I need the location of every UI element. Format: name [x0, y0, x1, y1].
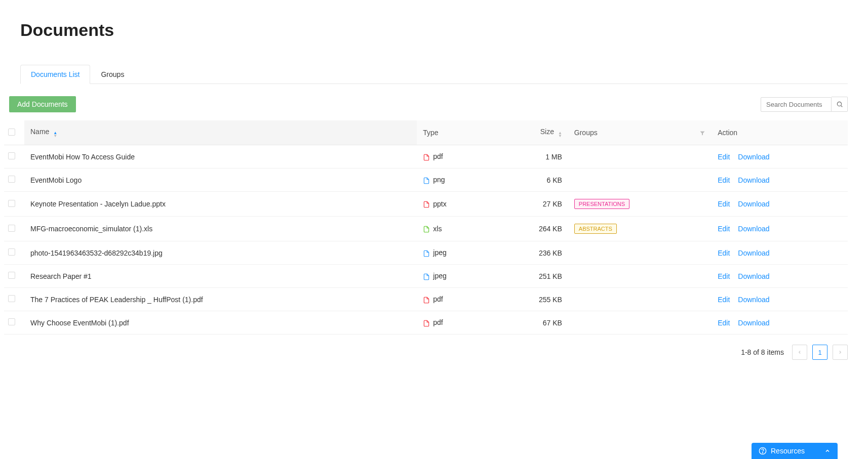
search-wrap [761, 97, 848, 112]
add-documents-button[interactable]: Add Documents [9, 96, 76, 112]
table-row: Why Choose EventMobi (1).pdfpdf67 KBEdit… [4, 311, 848, 335]
table-row: Research Paper #1jpeg251 KBEditDownload [4, 265, 848, 288]
row-name: The 7 Practices of PEAK Leadership _ Huf… [24, 288, 417, 311]
row-groups [568, 145, 712, 169]
row-size: 255 KB [493, 288, 568, 311]
documents-table: Name ▲▼ Type Size ▲▼ Groups Action Event… [4, 120, 848, 335]
row-checkbox[interactable] [8, 272, 15, 279]
row-name: EventMobi Logo [24, 169, 417, 192]
row-checkbox[interactable] [8, 225, 15, 232]
table-row: photo-1541963463532-d68292c34b19.jpgjpeg… [4, 241, 848, 265]
search-input[interactable] [761, 97, 832, 112]
row-groups [568, 169, 712, 192]
toolbar: Add Documents [20, 96, 848, 112]
row-actions: EditDownload [712, 145, 848, 169]
row-groups: PRESENTATIONS [568, 192, 712, 217]
row-name: photo-1541963463532-d68292c34b19.jpg [24, 241, 417, 265]
table-row: EventMobi How To Access Guidepdf1 MBEdit… [4, 145, 848, 169]
edit-link[interactable]: Edit [718, 176, 730, 184]
row-type: jpeg [417, 265, 493, 288]
column-action: Action [712, 120, 848, 145]
column-size-label: Size [540, 128, 554, 136]
download-link[interactable]: Download [738, 200, 769, 208]
edit-link[interactable]: Edit [718, 200, 730, 208]
column-name-label: Name [30, 128, 49, 136]
row-size: 236 KB [493, 241, 568, 265]
download-link[interactable]: Download [738, 153, 769, 161]
pagination-page-1[interactable]: 1 [812, 345, 827, 360]
column-size[interactable]: Size ▲▼ [493, 120, 568, 145]
row-actions: EditDownload [712, 192, 848, 217]
table-row: EventMobi Logopng6 KBEditDownload [4, 169, 848, 192]
row-actions: EditDownload [712, 169, 848, 192]
group-badge: PRESENTATIONS [574, 199, 629, 209]
row-checkbox[interactable] [8, 152, 15, 159]
group-badge: ABSTRACTS [574, 224, 617, 234]
table-row: Keynote Presentation - Jacelyn Ladue.ppt… [4, 192, 848, 217]
filter-icon[interactable] [699, 129, 705, 137]
download-link[interactable]: Download [738, 272, 769, 280]
tab-documents-list[interactable]: Documents List [20, 65, 90, 84]
row-groups: ABSTRACTS [568, 217, 712, 241]
search-icon [836, 101, 843, 108]
row-size: 6 KB [493, 169, 568, 192]
file-icon [423, 272, 430, 280]
file-icon [423, 248, 430, 257]
row-name: EventMobi How To Access Guide [24, 145, 417, 169]
tabs: Documents List Groups [20, 64, 848, 84]
pagination-info: 1-8 of 8 items [741, 348, 784, 356]
row-checkbox[interactable] [8, 200, 15, 207]
column-name[interactable]: Name ▲▼ [24, 120, 417, 145]
edit-link[interactable]: Edit [718, 296, 730, 304]
column-groups[interactable]: Groups [568, 120, 712, 145]
row-actions: EditDownload [712, 288, 848, 311]
download-link[interactable]: Download [738, 296, 769, 304]
select-all-checkbox[interactable] [8, 129, 15, 136]
sort-icon: ▲▼ [558, 132, 562, 138]
download-link[interactable]: Download [738, 319, 769, 327]
svg-point-0 [837, 102, 841, 106]
row-checkbox[interactable] [8, 248, 15, 256]
pagination-prev[interactable] [792, 345, 807, 360]
sort-icon: ▲▼ [53, 132, 57, 138]
row-type: pdf [417, 311, 493, 335]
row-groups [568, 265, 712, 288]
row-groups [568, 311, 712, 335]
row-checkbox[interactable] [8, 176, 15, 183]
row-type: xls [417, 217, 493, 241]
row-size: 1 MB [493, 145, 568, 169]
svg-line-1 [841, 106, 842, 107]
row-checkbox[interactable] [8, 318, 15, 325]
row-actions: EditDownload [712, 265, 848, 288]
column-groups-label: Groups [574, 129, 598, 137]
row-type: jpeg [417, 241, 493, 265]
file-icon [423, 318, 430, 326]
download-link[interactable]: Download [738, 225, 769, 233]
download-link[interactable]: Download [738, 176, 769, 184]
row-name: Why Choose EventMobi (1).pdf [24, 311, 417, 335]
edit-link[interactable]: Edit [718, 225, 730, 233]
row-actions: EditDownload [712, 311, 848, 335]
pagination: 1-8 of 8 items 1 [20, 345, 848, 360]
chevron-right-icon [838, 350, 843, 355]
row-type: png [417, 169, 493, 192]
row-actions: EditDownload [712, 241, 848, 265]
pagination-next[interactable] [833, 345, 848, 360]
file-icon [423, 295, 430, 303]
edit-link[interactable]: Edit [718, 319, 730, 327]
row-name: Keynote Presentation - Jacelyn Ladue.ppt… [24, 192, 417, 217]
table-row: The 7 Practices of PEAK Leadership _ Huf… [4, 288, 848, 311]
download-link[interactable]: Download [738, 249, 769, 257]
row-size: 264 KB [493, 217, 568, 241]
tab-groups[interactable]: Groups [90, 65, 135, 84]
edit-link[interactable]: Edit [718, 249, 730, 257]
search-button[interactable] [832, 97, 848, 112]
edit-link[interactable]: Edit [718, 272, 730, 280]
row-type: pdf [417, 145, 493, 169]
file-icon [423, 225, 430, 233]
row-checkbox[interactable] [8, 295, 15, 302]
edit-link[interactable]: Edit [718, 153, 730, 161]
row-type: pptx [417, 192, 493, 217]
file-icon [423, 176, 430, 184]
row-groups [568, 288, 712, 311]
